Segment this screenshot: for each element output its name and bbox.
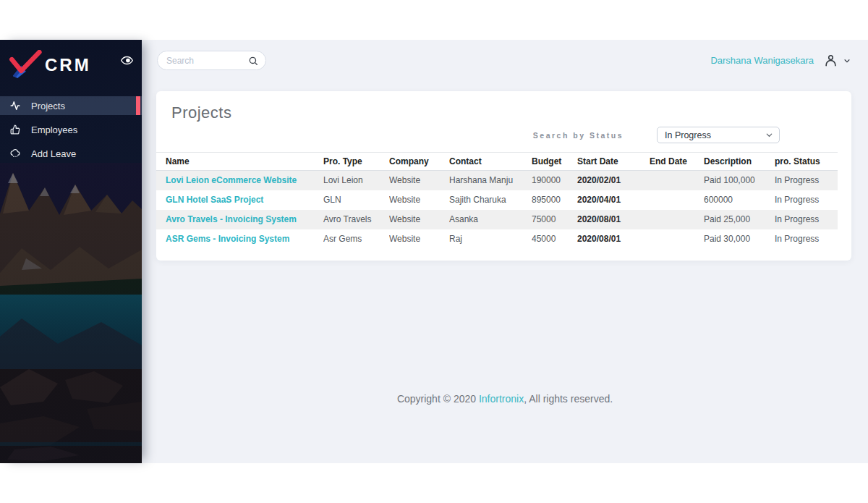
column-header: Description	[704, 153, 775, 171]
cell-start: 2020/08/01	[577, 210, 650, 229]
cell-name: Lovi Leion eCommerce Website	[156, 171, 323, 190]
brand-text: CRM	[45, 55, 91, 75]
column-header: Pro. Type	[323, 153, 389, 171]
card-header: Projects Search by Status In Progress	[156, 91, 851, 152]
sidebar-item-projects[interactable]: Projects	[0, 96, 142, 115]
sidebar-item-employees[interactable]: Employees	[0, 120, 142, 139]
cell-description: Paid 30,000	[704, 229, 775, 249]
footer-text-prefix: Copyright © 2020	[397, 393, 479, 405]
cell-description: Paid 100,000	[704, 171, 775, 190]
search-box	[157, 51, 266, 70]
cell-company: Website	[389, 229, 449, 249]
cell-description: Paid 25,000	[704, 210, 775, 229]
cell-start: 2020/04/01	[577, 190, 650, 210]
user-menu[interactable]: Darshana Wanigasekara	[710, 54, 851, 67]
cell-status: In Progress	[775, 171, 838, 190]
cell-start: 2020/02/01	[577, 171, 650, 190]
cell-type: Lovi Leion	[323, 171, 389, 190]
table-row: ASR Gems - Invoicing SystemAsr GemsWebsi…	[156, 229, 838, 249]
project-link[interactable]: Avro Travels - Invoicing System	[166, 214, 297, 224]
user-icon	[824, 54, 838, 67]
cell-end	[650, 229, 704, 249]
column-header: pro. Status	[775, 153, 838, 171]
column-header: Start Date	[577, 153, 650, 171]
chevron-down-icon	[843, 57, 851, 64]
cell-end	[650, 210, 704, 229]
projects-table-wrap: NamePro. TypeCompanyContactBudgetStart D…	[156, 152, 838, 249]
project-link[interactable]: Lovi Leion eCommerce Website	[166, 175, 297, 185]
footer-text-suffix: , All rights reserved.	[524, 393, 613, 405]
cell-end	[650, 171, 704, 190]
table-row: Avro Travels - Invoicing SystemAvro Trav…	[156, 210, 838, 229]
crm-logo-icon	[9, 50, 42, 80]
cell-end	[650, 190, 704, 210]
sidebar-item-label: Projects	[31, 101, 65, 111]
status-select[interactable]: In Progress	[657, 127, 780, 143]
search-icon[interactable]	[248, 56, 258, 66]
table-row: Lovi Leion eCommerce WebsiteLovi LeionWe…	[156, 171, 838, 190]
cell-contact: Asanka	[449, 210, 532, 229]
app-window: CRM Projects Employees	[0, 40, 868, 463]
cell-name: ASR Gems - Invoicing System	[156, 229, 323, 249]
sidebar-item-label: Employees	[31, 124, 77, 135]
sidebar: CRM Projects Employees	[0, 40, 142, 463]
cell-type: Asr Gems	[323, 229, 389, 249]
brand-logo[interactable]: CRM	[9, 50, 91, 80]
cell-start: 2020/08/01	[577, 229, 650, 249]
cell-budget: 45000	[532, 229, 577, 249]
cloud-drizzle-icon	[10, 148, 20, 158]
table-header-row: NamePro. TypeCompanyContactBudgetStart D…	[156, 153, 838, 171]
footer-company-link[interactable]: Infortronix	[479, 393, 524, 405]
cell-budget: 190000	[532, 171, 577, 190]
activity-icon	[10, 101, 20, 111]
status-filter: Search by Status In Progress	[533, 127, 780, 143]
cell-type: Avro Travels	[323, 210, 389, 229]
sidebar-header: CRM	[0, 40, 142, 90]
cell-type: GLN	[323, 190, 389, 210]
table-row: GLN Hotel SaaS ProjectGLNWebsiteSajith C…	[156, 190, 838, 210]
project-link[interactable]: GLN Hotel SaaS Project	[166, 195, 263, 205]
sidebar-photo-overlay	[0, 163, 142, 463]
cell-name: GLN Hotel SaaS Project	[156, 190, 323, 210]
column-header: Budget	[532, 153, 577, 171]
sidebar-item-label: Add Leave	[31, 148, 76, 159]
column-header: Contact	[449, 153, 532, 171]
cell-company: Website	[389, 171, 449, 190]
table-body: Lovi Leion eCommerce WebsiteLovi LeionWe…	[156, 171, 838, 249]
chevron-down-icon	[765, 131, 773, 139]
thumbs-up-icon	[10, 124, 20, 135]
column-header: End Date	[650, 153, 704, 171]
status-select-value: In Progress	[665, 130, 765, 140]
cell-status: In Progress	[775, 190, 838, 210]
main-area: Darshana Wanigasekara Projects Search by…	[142, 40, 868, 463]
cell-status: In Progress	[775, 210, 838, 229]
projects-table: NamePro. TypeCompanyContactBudgetStart D…	[156, 152, 838, 249]
sidebar-item-add-leave[interactable]: Add Leave	[0, 144, 142, 163]
sidebar-toggle-eye-icon[interactable]	[121, 54, 133, 67]
cell-company: Website	[389, 190, 449, 210]
cell-status: In Progress	[775, 229, 838, 249]
project-link[interactable]: ASR Gems - Invoicing System	[166, 234, 289, 244]
column-header: Name	[156, 153, 323, 171]
cell-contact: Raj	[449, 229, 532, 249]
cell-description: 600000	[704, 190, 775, 210]
cell-budget: 895000	[532, 190, 577, 210]
column-header: Company	[389, 153, 449, 171]
cell-budget: 75000	[532, 210, 577, 229]
cell-contact: Harshana Manju	[449, 171, 532, 190]
projects-card: Projects Search by Status In Progress Na…	[156, 91, 851, 261]
sidebar-nav: Projects Employees Add Leave	[0, 96, 142, 163]
filter-label: Search by Status	[533, 131, 624, 140]
user-name: Darshana Wanigasekara	[710, 55, 814, 66]
cell-company: Website	[389, 210, 449, 229]
topbar: Darshana Wanigasekara	[142, 40, 868, 81]
footer: Copyright © 2020 Infortronix, All rights…	[142, 393, 868, 405]
cell-name: Avro Travels - Invoicing System	[156, 210, 323, 229]
cell-contact: Sajith Charuka	[449, 190, 532, 210]
page-title: Projects	[171, 103, 231, 122]
search-input[interactable]	[166, 56, 248, 66]
